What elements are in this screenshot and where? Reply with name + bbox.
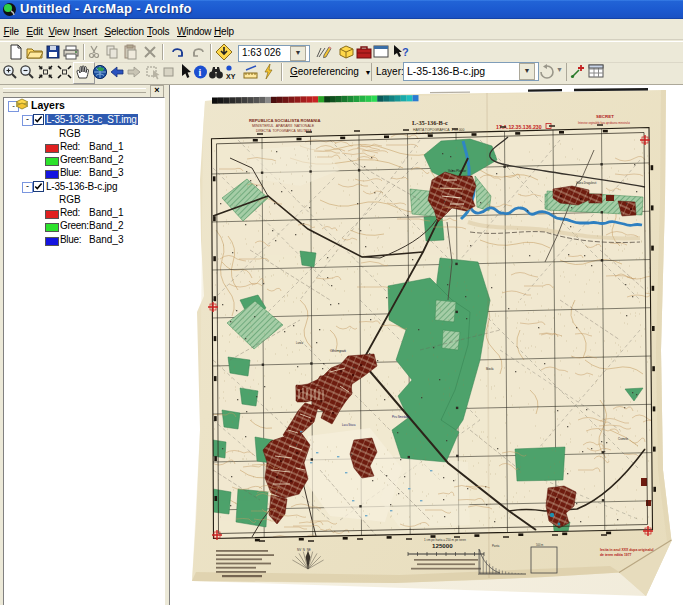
svg-text:Iesita in anul XXX dupa origin: Iesita in anul XXX dupa originalul <box>600 548 654 552</box>
svg-text:DIRECTIA TOPOGRAFICA MILITAR: DIRECTIA TOPOGRAFICA MILITARA <box>256 129 313 133</box>
svg-text:Interzise orginalele fara apro: Interzise orginalele fara aprobarea mini… <box>578 121 630 125</box>
svg-text:Ghimpati: Ghimpati <box>330 348 346 353</box>
svg-text:Lunca: Lunca <box>296 341 304 345</box>
svg-text:MINISTERUL APARARII NATIONAL: MINISTERUL APARARII NATIONALE <box>252 124 315 128</box>
svg-text:REPUBLICA SOCIALISTA ROMANIA: REPUBLICA SOCIALISTA ROMANIA <box>249 118 321 123</box>
svg-text:XY: XY <box>226 73 236 80</box>
svg-text:Piru Smirdanu: Piru Smirdanu <box>392 415 410 419</box>
svg-text:Lacu Stiuca: Lacu Stiuca <box>342 423 356 427</box>
svg-text:Movila: Movila <box>486 367 494 371</box>
svg-text:500 m: 500 m <box>536 543 543 547</box>
svg-text:SECRET: SECRET <box>596 114 614 119</box>
svg-text:L-35-136-B-c: L-35-136-B-c <box>412 119 448 126</box>
svg-text:Cismele: Cismele <box>618 437 629 441</box>
svg-text:de teren editia 1977: de teren editia 1977 <box>600 553 632 557</box>
svg-text:i: i <box>199 67 202 78</box>
svg-text:125000: 125000 <box>432 542 453 549</box>
svg-text:Panta: Panta <box>492 544 500 548</box>
svg-text:?: ? <box>402 46 409 58</box>
svg-text:Valea Dragulesti: Valea Dragulesti <box>576 181 597 185</box>
svg-text:NV N NE: NV N NE <box>297 548 311 552</box>
svg-text:1 cm pe harta = 250 m pe teren: 1 cm pe harta = 250 m pe teren <box>424 538 466 542</box>
svg-text:Valea Plopilor: Valea Plopilor <box>448 169 466 173</box>
